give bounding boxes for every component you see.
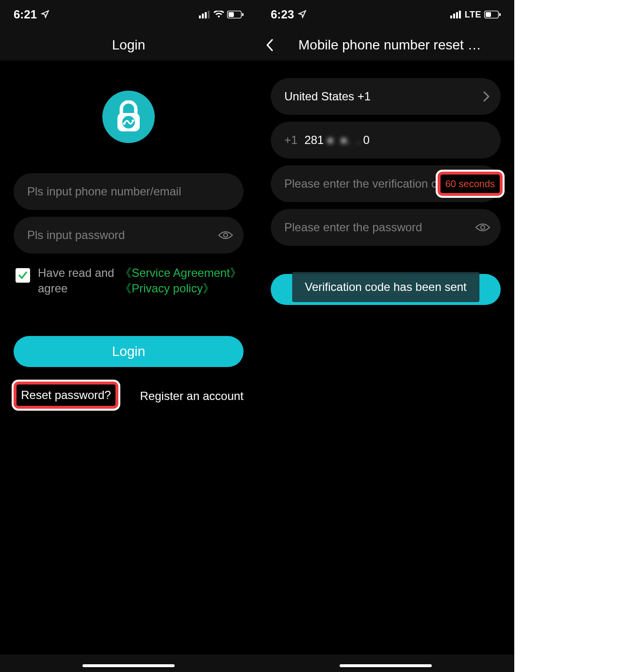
app-logo: [14, 91, 244, 143]
home-indicator[interactable]: [340, 664, 432, 667]
verification-code-input[interactable]: [284, 177, 487, 191]
cellular-icon: [450, 11, 462, 18]
new-password-field[interactable]: [271, 209, 501, 246]
reset-submit-button[interactable]: password Verification code has been sent: [271, 274, 501, 305]
login-button[interactable]: Login: [14, 336, 244, 367]
login-screen: 6:21 Login Ha: [0, 0, 257, 672]
phone-email-field[interactable]: [14, 173, 244, 210]
svg-rect-5: [229, 12, 234, 17]
eye-icon[interactable]: [475, 223, 490, 232]
cellular-icon: [199, 11, 211, 18]
phone-prefix: +1: [284, 133, 297, 147]
svg-rect-2: [205, 12, 207, 18]
phone-email-input[interactable]: [27, 185, 230, 198]
nav-bar: Mobile phone number reset passw…: [257, 29, 514, 61]
svg-point-11: [224, 233, 228, 237]
svg-rect-6: [242, 13, 244, 16]
lock-icon: [114, 100, 143, 133]
location-icon: [298, 10, 307, 18]
phone-number-value: 281 ● ●. . 0: [304, 133, 369, 147]
lte-label: LTE: [465, 10, 481, 20]
toast-message: Verification code has been sent: [292, 272, 479, 302]
agree-row: Have read and agree 《Service Agreement》 …: [14, 265, 244, 296]
svg-point-10: [132, 120, 134, 122]
wifi-icon: [213, 11, 224, 18]
location-icon: [41, 10, 49, 18]
nav-title: Login: [112, 37, 146, 53]
chevron-left-icon: [266, 38, 274, 52]
reset-password-screen: 6:23 LTE Mobile phone number reset passw…: [257, 0, 514, 672]
status-bar: 6:23 LTE: [257, 0, 514, 29]
svg-point-9: [123, 123, 126, 125]
status-bar: 6:21: [0, 0, 257, 29]
home-indicator[interactable]: [82, 664, 175, 667]
country-selector[interactable]: United States +1: [271, 78, 501, 115]
new-password-input[interactable]: [284, 221, 487, 234]
svg-rect-0: [199, 16, 201, 18]
nav-bar: Login: [0, 29, 257, 61]
status-time: 6:23: [271, 8, 294, 21]
svg-rect-15: [459, 11, 461, 18]
reset-password-link[interactable]: Reset password?: [21, 388, 111, 402]
password-field[interactable]: [14, 217, 244, 254]
reset-password-highlight: Reset password?: [14, 382, 118, 409]
svg-rect-12: [450, 16, 452, 18]
svg-rect-18: [499, 13, 501, 16]
svg-rect-1: [202, 14, 204, 18]
svg-rect-13: [453, 14, 455, 18]
agree-checkbox[interactable]: [16, 268, 30, 283]
footer-links: Reset password? Register an account: [14, 382, 244, 411]
verification-code-field[interactable]: 60 seconds: [271, 165, 501, 202]
chevron-right-icon: [483, 91, 490, 102]
svg-rect-17: [486, 12, 491, 17]
gutter: [514, 0, 621, 672]
login-button-label: Login: [112, 344, 146, 359]
battery-icon: [227, 11, 244, 18]
register-account-link[interactable]: Register an account: [140, 389, 244, 403]
back-button[interactable]: [266, 38, 274, 52]
eye-icon[interactable]: [218, 230, 233, 240]
svg-rect-3: [208, 11, 210, 18]
country-label: United States +1: [284, 90, 371, 103]
status-time: 6:21: [14, 8, 37, 21]
bottom-strip: [0, 655, 257, 672]
agree-text: Have read and agree: [38, 265, 116, 296]
privacy-policy-link[interactable]: 《Privacy policy》: [120, 281, 242, 296]
battery-icon: [484, 11, 501, 18]
svg-point-19: [481, 225, 485, 229]
phone-number-field[interactable]: +1 281 ● ●. . 0: [271, 122, 501, 159]
svg-rect-14: [456, 12, 458, 18]
service-agreement-link[interactable]: 《Service Agreement》: [120, 265, 242, 281]
bottom-strip: [257, 655, 514, 672]
password-input[interactable]: [27, 228, 230, 242]
nav-title: Mobile phone number reset passw…: [284, 37, 488, 53]
